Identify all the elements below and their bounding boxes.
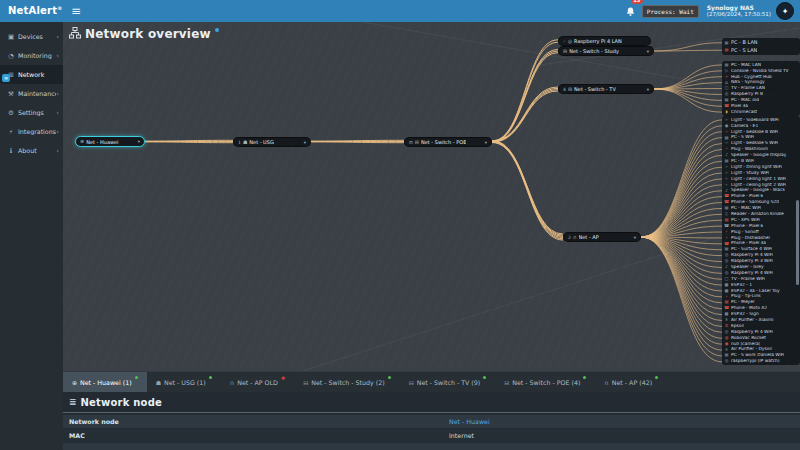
device-icon: ☎: [724, 194, 729, 198]
sidebar-item-label: Integrations: [18, 128, 56, 135]
chevron-down-icon[interactable]: ▾: [304, 140, 306, 145]
chevron-left-icon: ‹: [56, 52, 59, 60]
sidebar-item[interactable]: ℹ About ‹: [0, 141, 63, 160]
chevron-down-icon[interactable]: ▾: [647, 49, 649, 54]
tab-label: Net - USG (1): [164, 379, 206, 386]
device-icon: ▦: [724, 312, 729, 316]
device-label: PC - B WiFi: [731, 159, 754, 163]
sidebar-item[interactable]: ◔ Monitoring ‹: [0, 46, 63, 65]
device-label: Camera - E1: [731, 124, 758, 128]
chevron-down-icon[interactable]: ▾: [634, 235, 636, 240]
tab-label: Net - Switch - TV (9): [417, 379, 481, 386]
device-label: Phone - Moto X2: [731, 306, 767, 310]
device-label: Epson: [731, 324, 744, 328]
device-leaf[interactable]: ◗ Chromecast: [724, 109, 798, 115]
sidebar-collapse-handle[interactable]: ≡: [2, 74, 10, 82]
device-icon: ☉: [724, 165, 729, 169]
device-leaf[interactable]: ▤ PC - B LAN: [724, 39, 798, 47]
device-icon: ☉: [724, 177, 729, 181]
node-net-ap[interactable]: 2 ∩ Net - AP ▾: [563, 232, 641, 242]
device-icon: ◍: [724, 336, 729, 340]
device-label: Light - Sideboard WiFi: [731, 118, 779, 122]
device-label: Speaker - Google Display: [731, 153, 786, 157]
device-label: TV - Frame LAN: [731, 86, 765, 90]
title-info-badge[interactable]: [215, 28, 219, 32]
chevron-down-icon[interactable]: ▾: [485, 140, 487, 145]
sidebar-item[interactable]: ⚙ Settings ‹: [0, 103, 63, 122]
device-leaf[interactable]: ◎ raspberrypi (IP watch): [724, 359, 798, 365]
sidebar-item-icon: ◔: [7, 52, 15, 60]
sidebar-item[interactable]: ⚒ Maintenance ‹: [0, 84, 63, 103]
device-icon: ✳: [724, 318, 729, 322]
device-label: Speaker - Grey: [731, 265, 764, 269]
sidebar-item-label: Monitoring: [18, 52, 56, 59]
sidebar-item[interactable]: ⚡ Integrations ‹: [0, 122, 63, 141]
network-overview-icon: [69, 27, 81, 39]
network-canvas[interactable]: Network overview ⊕ Net - Huawei ▾ 1 ☗ Ne…: [63, 22, 800, 371]
switch-icon: ⊟: [415, 140, 419, 145]
node-net-huawei[interactable]: ⊕ Net - Huawei ▾: [75, 136, 145, 147]
device-icon: ▤: [724, 353, 729, 357]
device-icon: ◎: [724, 92, 729, 96]
device-tab[interactable]: ⊟ Net - Switch - Study (2): [294, 372, 400, 392]
chevron-left-icon: ‹: [56, 128, 59, 136]
status-badge: [135, 376, 138, 379]
device-label: Phone - Pixel 3a: [731, 241, 766, 245]
device-label: Chromecast: [731, 110, 757, 114]
device-tab[interactable]: ⊕ Net - Huawei (1): [63, 372, 147, 392]
device-tab[interactable]: ☗ Net - USG (1): [147, 372, 221, 392]
node-net-switch-poe[interactable]: ⊡ ⊟ Net - Switch - POE ▾: [404, 137, 492, 147]
property-value[interactable]: Net - Huawei: [449, 418, 490, 425]
page-title: Network overview: [85, 27, 211, 41]
sidebar-item-icon: ⚙: [7, 109, 15, 117]
device-tab[interactable]: ∩ Net - AP OLD: [221, 372, 294, 392]
property-value[interactable]: Internet: [449, 432, 474, 439]
device-label: Light - ceiling light 2 WiFi: [731, 183, 786, 187]
node-net-switch-tv[interactable]: 4 ⊟ Net - Switch - TV ▾: [558, 84, 654, 94]
tab-icon: ⊕: [72, 379, 77, 386]
device-leaf[interactable]: ▤ PC - S LAN: [724, 47, 798, 55]
device-tab[interactable]: ⊟ Net - Switch - TV (9): [400, 372, 496, 392]
avatar[interactable]: ✦: [776, 2, 794, 20]
menu-icon[interactable]: ≡: [71, 4, 81, 18]
device-label: Raspberry Pi B: [731, 92, 763, 96]
device-label: Raspberry Pi 3 WiFi: [731, 259, 773, 263]
device-tab[interactable]: ⊟ Net - Switch - POE (4): [495, 372, 595, 392]
device-label: PC - S WiFi: [731, 135, 754, 139]
notifications-button[interactable]: 15: [626, 2, 635, 21]
sidebar-item-label: Devices: [18, 33, 56, 40]
device-label: ESP32 - 3a - Laser Toy: [731, 289, 780, 293]
device-label: null (camera): [731, 342, 760, 346]
device-icon: ▤: [724, 98, 729, 102]
device-tab[interactable]: ∩ Net - AP (42): [595, 372, 667, 392]
canvas-scrollbar[interactable]: [796, 200, 799, 285]
device-icon: ◎: [724, 359, 729, 363]
device-label: Phone - Pixel 6: [731, 224, 763, 228]
device-label: ESP32 - 1: [731, 283, 752, 287]
device-label: ESP32 - Sign: [731, 312, 759, 316]
node-raspberry-pi-4-lan[interactable]: ◦ ◎ Raspberry Pi 4 LAN: [558, 36, 651, 46]
device-label: Air Purifier - Dyson: [731, 347, 772, 351]
node-net-usg[interactable]: 1 ☗ Net - USG ▾: [233, 137, 311, 147]
switch-icon: ⊟: [563, 49, 567, 54]
device-icon: ▤: [724, 206, 729, 210]
node-net-switch-study[interactable]: ⊟ Net - Switch - Study ▾: [558, 46, 654, 56]
panel-title: Network node: [81, 397, 162, 408]
chevron-left-icon: ‹: [56, 109, 59, 117]
device-label: Light - Study WiFi: [731, 171, 769, 175]
device-label: Light - ceiling light 1 WiFi: [731, 177, 786, 181]
device-leaf[interactable]: ▷ Console - Nvidia Shield TV: [724, 68, 798, 74]
device-icon: ◉: [724, 342, 729, 346]
tab-icon: ☗: [156, 379, 161, 386]
device-icon: +: [724, 75, 729, 79]
device-icon: ☉: [724, 130, 729, 134]
device-icon: ≣: [724, 324, 729, 328]
chevron-down-icon[interactable]: ▾: [647, 87, 649, 92]
sidebar-item[interactable]: ▣ Devices ‹: [0, 27, 63, 46]
device-icon: ☎: [724, 200, 729, 204]
sidebar-item-icon: ⚒: [7, 90, 15, 98]
device-label: Console - Nvidia Shield TV: [731, 69, 789, 73]
device-label: PC - XPS WiFi: [731, 218, 760, 222]
device-icon: ≡: [724, 81, 729, 85]
chevron-down-icon[interactable]: ▾: [138, 139, 140, 144]
